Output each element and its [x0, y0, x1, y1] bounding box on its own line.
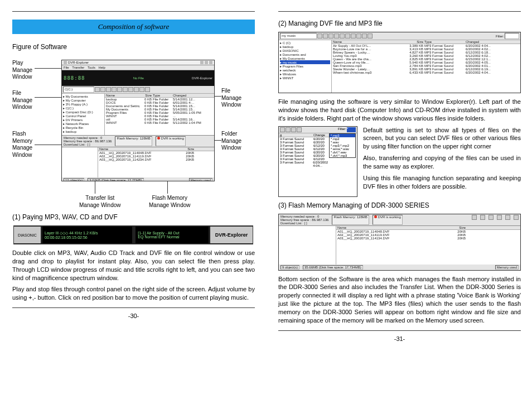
f4-icon6[interactable] [514, 215, 519, 220]
working-indicator-icon [157, 137, 160, 140]
transfer-list[interactable] [62, 147, 98, 177]
f4-icon5[interactable] [505, 215, 510, 220]
dvr-explorer-window: DVR-Explorer File Transfer Tools Help 88… [61, 60, 215, 181]
player-brand-left: DIASONIC [14, 227, 41, 243]
fig2-view3-icon[interactable] [362, 33, 367, 39]
working-indicator-icon [374, 215, 377, 218]
fig2-back-icon[interactable] [317, 33, 322, 39]
f3-view3-icon[interactable] [297, 127, 302, 132]
flash-file-list[interactable]: NameSize A01__HQ_20020719_114048.DVF20KB… [98, 147, 214, 177]
menu-transfer[interactable]: Transfer [72, 66, 84, 69]
col-changed: Changed [173, 94, 210, 97]
lcd-digits: 888:88 [64, 75, 85, 81]
tb-view4-icon[interactable] [145, 87, 150, 92]
titlebar: DVR-Explorer [62, 60, 214, 65]
fig2-cut-icon[interactable] [328, 33, 333, 39]
label-file-manage-left: File Manage Window [12, 90, 32, 111]
player-brand-right: DVR-Explorer [210, 227, 253, 243]
rule-bottom [278, 330, 521, 331]
tb-view3-icon[interactable] [139, 87, 144, 92]
filter-figure-row: Filter: * *.mp3 *.mp2 *.wav *.mp3;*.mp2 … [278, 126, 521, 197]
fig2-view4-icon[interactable] [367, 33, 373, 39]
f4-icon1[interactable] [472, 215, 477, 220]
page-number: -31- [278, 335, 521, 342]
flash-manager-figure: Memory needed space : 0 Memory free spac… [278, 214, 521, 271]
f4-icon3[interactable] [489, 215, 494, 220]
fig2-address[interactable]: my music [280, 33, 317, 39]
player-lcd2: Layer III ◇◇◇ 44 KHz 1.2 KB/s 00:00-02:1… [42, 227, 132, 243]
f3-view2-icon[interactable] [291, 127, 296, 132]
tb-copy-icon[interactable] [112, 87, 117, 92]
fig2-up-icon[interactable] [323, 33, 328, 39]
fig2-delete-icon[interactable] [345, 33, 350, 39]
transfer-area: NameSize A01__HQ_20020719_114048.DVF20KB… [62, 147, 214, 177]
label-flash-window: Flash Memory Manage Window [149, 195, 190, 209]
close-icon[interactable] [209, 61, 212, 64]
filter-field[interactable] [505, 33, 519, 39]
f3-back-icon[interactable] [280, 127, 285, 132]
col-size: Size [139, 94, 153, 97]
menu-help[interactable]: Help [99, 66, 105, 69]
fig2-view1-icon[interactable] [351, 33, 356, 39]
label-transfer-window: Transfer list Manage Window [79, 195, 120, 209]
filter-text: Default setting is set to show all types… [363, 126, 521, 197]
address-field[interactable]: C(C:) [63, 86, 94, 93]
f4-transfer-list[interactable] [279, 226, 336, 265]
fig2-paste-icon[interactable] [340, 33, 345, 39]
tb-paste-icon[interactable] [117, 87, 122, 92]
heading-bar: Composition of software [12, 20, 255, 34]
filter-figure: Filter: * *.mp3 *.mp2 *.wav *.mp3;*.mp2 … [278, 126, 357, 197]
col-name: Name [106, 94, 139, 97]
fig2-tree[interactable]: ▸ C (C) ▸ backup ▸ DIASONIC ▸ Documents … [279, 40, 332, 93]
f4-icon2[interactable] [480, 215, 485, 220]
filter-label: Filter: [496, 35, 504, 38]
f3-view1-icon[interactable] [286, 127, 291, 132]
tb-view-icon[interactable] [128, 87, 133, 92]
para-3: Bottom section of the Software is the ar… [278, 275, 521, 325]
memory-status: Memory needed space : 0 Memory free spac… [62, 136, 214, 147]
figure-subhead: Figure of Software [12, 43, 255, 51]
label-folder-manage: Folder Manage Window [221, 131, 241, 152]
file-browser: ▸ My Documents ▸ My Computer ▸ 3½ Floppy… [62, 94, 214, 136]
fig2-copy-icon[interactable] [334, 33, 339, 39]
tb-back-icon[interactable] [95, 87, 100, 92]
lcd-brand: DVR-Explorer [192, 76, 212, 80]
filter-dropdown[interactable]: *.mp3 *.mp2 *.wav *.mp3;*.mp2 *.wma;*.wa… [329, 133, 356, 158]
fig2-view2-icon[interactable] [356, 33, 361, 39]
maximize-icon[interactable] [205, 61, 208, 64]
tb-up-icon[interactable] [100, 87, 105, 92]
minimize-icon[interactable] [200, 61, 204, 64]
f4-statusbar: 9 object(s) 35.66MB (Disk free space: 17… [279, 265, 520, 270]
player-lcd: 888:88 No File DVR-Explorer [62, 70, 214, 86]
rule-top [12, 11, 255, 12]
player-figure: DIASONIC Layer III ◇◇◇ 44 KHz 1.2 KB/s 0… [13, 225, 253, 244]
lcd-text: No File [133, 76, 144, 80]
rule-bottom [12, 307, 255, 308]
file-manager-figure: my music Filter: ▸ C (C) ▸ backup ▸ DIAS… [278, 32, 521, 93]
folder-tree[interactable]: ▸ My Documents ▸ My Computer ▸ 3½ Floppy… [62, 94, 105, 135]
tb-view2-icon[interactable] [134, 87, 139, 92]
tb-cut-icon[interactable] [106, 87, 111, 92]
rule-top [278, 11, 521, 12]
label-flash-manage: Flash Memory Manage Window [12, 131, 32, 158]
menu-file[interactable]: File [64, 66, 69, 69]
filter-select[interactable]: * [347, 127, 356, 132]
section-1-title: (1) Paying MP3, WAV, CD and DVF [12, 213, 255, 221]
fig2-filelist[interactable]: Name Size Type Changed Air Supply - All … [332, 40, 520, 93]
toolbar: C(C:) [62, 86, 214, 94]
tb-delete-icon[interactable] [123, 87, 128, 92]
f4-icon4[interactable] [497, 215, 502, 220]
section-2-title: (2) Managing DVF file and MP3 file [278, 20, 521, 27]
page-number: -30- [12, 313, 255, 319]
page-30: Composition of software Figure of Softwa… [0, 0, 266, 325]
menu-tools[interactable]: Tools [88, 66, 95, 69]
page-31: (2) Managing DVF file and MP3 file my mu… [266, 0, 532, 348]
menubar: File Transfer Tools Help [62, 65, 214, 70]
f4-flash-list[interactable]: NameSize A01__HQ_20020719_114048.DVF20KB… [336, 226, 520, 265]
file-list[interactable]: Name Size Type Changed backup0 KBFile Fo… [105, 94, 214, 135]
statusbar: 12 object(s) 3.02KB (Disk free space: 17… [62, 177, 214, 181]
label-file-manage-right: File Manage Window [221, 88, 241, 109]
section-3-title: (3) Flash Memory Managing of DDR-3000 SE… [278, 201, 521, 209]
software-figure: Play Manage Window File Manage Window Fl… [12, 55, 255, 209]
label-play-manage: Play Manage Window [12, 60, 32, 81]
